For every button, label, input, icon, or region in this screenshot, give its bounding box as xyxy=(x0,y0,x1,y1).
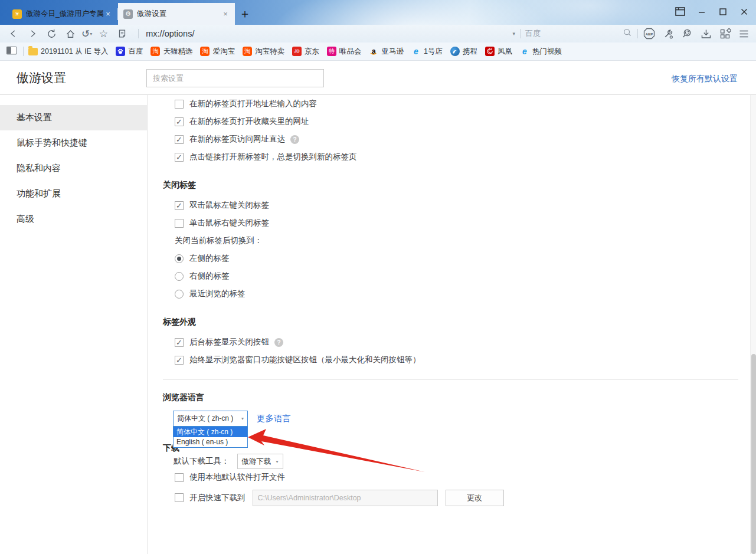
bookmark-jd[interactable]: JD 京东 xyxy=(292,47,319,57)
settings-gear-icon: ⚙ xyxy=(123,9,133,19)
radio-row: 左侧的标签 xyxy=(175,250,750,267)
help-icon[interactable]: ? xyxy=(290,135,299,144)
adblock-icon[interactable]: ABP xyxy=(643,27,656,40)
sidebar-item-privacy[interactable]: 隐私和内容 xyxy=(0,156,147,181)
close-window-icon[interactable] xyxy=(738,5,750,18)
option-row: ✓ 在新的标签页访问网址直达 ? xyxy=(175,130,750,148)
checkbox[interactable]: ✓ xyxy=(175,201,184,210)
radio-row: 最近浏览的标签 xyxy=(175,285,750,303)
more-languages-link[interactable]: 更多语言 xyxy=(257,413,291,424)
option-row: ✓ 始终显示浏览器窗口功能按键区按钮（最小最大化和关闭按钮等） xyxy=(175,351,750,369)
radio-button[interactable] xyxy=(175,290,184,299)
vertical-scrollbar[interactable] xyxy=(750,95,756,554)
skin-wrench-icon[interactable] xyxy=(662,27,675,40)
checkbox[interactable]: ✓ xyxy=(175,153,184,162)
download-manager-icon[interactable] xyxy=(699,27,712,40)
bookmark-hot-video[interactable]: e 热门视频 xyxy=(520,47,562,57)
change-path-button[interactable]: 更改 xyxy=(446,490,504,506)
sidebar-toggle-icon[interactable] xyxy=(6,46,17,57)
bookmark-folder[interactable]: 20191101 从 IE 导入 xyxy=(28,47,108,57)
restore-defaults-link[interactable]: 恢复所有默认设置 xyxy=(672,74,738,84)
address-url[interactable]: mx://options/ xyxy=(146,29,194,38)
tab-close-icon[interactable]: × xyxy=(221,9,230,18)
tab-strip: ☀ 傲游今日_傲游用户专属的 × ⚙ 傲游设置 × ＋ xyxy=(7,3,255,25)
title-bar: ☀ 傲游今日_傲游用户专属的 × ⚙ 傲游设置 × ＋ xyxy=(0,0,756,25)
minimize-icon[interactable] xyxy=(695,5,708,18)
tab-settings[interactable]: ⚙ 傲游设置 × xyxy=(118,3,235,25)
main-menu-icon[interactable] xyxy=(737,27,750,40)
switch-to-label: 关闭当前标签后切换到： xyxy=(175,232,750,250)
separator xyxy=(23,47,24,56)
favorite-star-icon[interactable]: ☆ xyxy=(96,27,111,41)
help-icon[interactable]: ? xyxy=(274,338,283,347)
quick-search-box[interactable]: 百度 xyxy=(525,27,633,40)
search-icon[interactable] xyxy=(622,27,633,40)
chevron-down-icon: ▾ xyxy=(241,416,244,421)
layout-panel-icon[interactable] xyxy=(674,5,686,18)
address-dropdown-icon[interactable]: ▾ xyxy=(512,31,515,37)
new-tab-button[interactable]: ＋ xyxy=(235,3,255,25)
ctrip-dolphin-icon xyxy=(450,47,460,56)
tab-close-icon[interactable]: × xyxy=(104,9,112,18)
scrollbar-thumb[interactable] xyxy=(751,354,756,554)
resource-sniffer-icon[interactable] xyxy=(680,27,693,40)
option-row: 单击鼠标右键关闭标签 xyxy=(175,214,750,232)
checkbox[interactable]: ✓ xyxy=(175,135,184,144)
download-tool-label: 默认下载工具： xyxy=(174,456,230,467)
svg-text:ABP: ABP xyxy=(646,32,653,36)
checkbox[interactable] xyxy=(175,219,184,228)
tab-maxthon-today[interactable]: ☀ 傲游今日_傲游用户专属的 × xyxy=(7,3,117,25)
option-row: ✓ 双击鼠标左键关闭标签 xyxy=(175,196,750,214)
bookmark-vip[interactable]: 特 唯品会 xyxy=(327,47,362,57)
bookmark-baidu[interactable]: 百度 xyxy=(116,47,143,57)
apps-grid-icon[interactable] xyxy=(718,27,731,40)
checkbox[interactable] xyxy=(175,493,184,502)
download-tool-select[interactable]: 傲游下载 ▾ xyxy=(237,454,283,469)
sidebar-item-features[interactable]: 功能和扩展 xyxy=(0,181,147,206)
bookmark-ifeng[interactable]: 凤凰 xyxy=(485,47,512,57)
sidebar-item-advanced[interactable]: 高级 xyxy=(0,206,147,232)
sidebar-item-gestures[interactable]: 鼠标手势和快捷键 xyxy=(0,130,147,156)
language-select[interactable]: 简体中文 ( zh-cn ) ▾ 简体中文 ( zh-cn ) English … xyxy=(173,411,248,427)
checkbox[interactable]: ✓ xyxy=(175,338,184,347)
bookmark-amazon[interactable]: a 亚马逊 xyxy=(369,47,404,57)
option-row: ✓ 在新的标签页打开收藏夹里的网址 xyxy=(175,113,750,130)
taobao-icon: 淘 xyxy=(243,47,252,56)
checkbox[interactable] xyxy=(175,473,184,482)
option-label: 始终显示浏览器窗口功能按键区按钮（最小最大化和关闭按钮等） xyxy=(189,355,421,365)
bookmark-ctrip[interactable]: 携程 xyxy=(450,47,477,57)
sidebar-item-basic[interactable]: 基本设置 xyxy=(0,105,147,130)
e-browser-icon: e xyxy=(520,47,529,56)
bookmark-taobao-sale[interactable]: 淘 淘宝特卖 xyxy=(243,47,284,57)
vip-icon: 特 xyxy=(327,47,336,56)
tab-title: 傲游今日_傲游用户专属的 xyxy=(26,9,104,19)
section-heading-tab-appearance: 标签外观 xyxy=(163,317,750,327)
undo-icon[interactable]: ↺▾ xyxy=(81,28,92,40)
taobao-icon: 淘 xyxy=(150,47,160,56)
radio-button[interactable] xyxy=(175,272,184,281)
checkbox[interactable]: ✓ xyxy=(175,117,184,126)
search-engine-label: 百度 xyxy=(525,28,622,39)
radio-label: 左侧的标签 xyxy=(189,253,230,264)
language-option-en-us[interactable]: English ( en-us ) xyxy=(174,437,247,447)
back-icon[interactable] xyxy=(6,27,21,41)
option-label: 双击鼠标左键关闭标签 xyxy=(189,200,269,211)
download-path-input[interactable] xyxy=(253,490,438,506)
forward-icon[interactable] xyxy=(25,27,40,41)
settings-search-input[interactable] xyxy=(146,69,324,87)
refresh-icon[interactable] xyxy=(44,27,59,41)
language-option-zh-cn[interactable]: 简体中文 ( zh-cn ) xyxy=(174,427,247,437)
home-icon[interactable] xyxy=(63,27,78,41)
bookmark-aitaobao[interactable]: 淘 爱淘宝 xyxy=(200,47,235,57)
checkbox[interactable] xyxy=(175,100,184,109)
option-label: 后台标签显示关闭按钮 xyxy=(189,337,269,348)
radio-button[interactable] xyxy=(175,254,184,263)
reading-mode-icon[interactable] xyxy=(114,27,130,41)
maximize-icon[interactable] xyxy=(716,5,729,18)
option-row: 在新的标签页打开地址栏输入的内容 xyxy=(175,95,750,113)
chevron-down-icon[interactable]: ▾ xyxy=(90,31,92,37)
bookmark-tmall[interactable]: 淘 天猫精选 xyxy=(150,47,192,57)
radio-row: 右侧的标签 xyxy=(175,267,750,285)
checkbox[interactable]: ✓ xyxy=(175,356,184,365)
bookmark-yhd[interactable]: e 1号店 xyxy=(411,47,443,57)
